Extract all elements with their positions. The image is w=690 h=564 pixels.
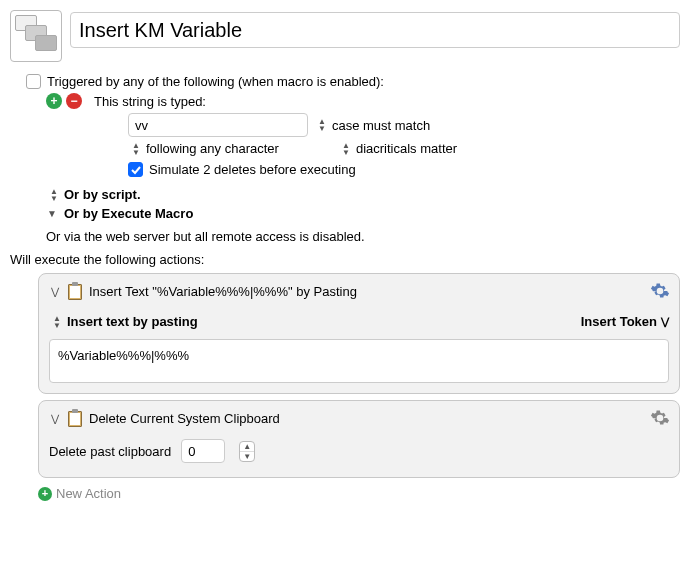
action-card: ⋁ Insert Text "%Variable%%%|%%%" by Past… — [38, 273, 680, 394]
diacriticals-popup[interactable]: ▲▼ diacriticals matter — [338, 141, 457, 156]
actions-section-label: Will execute the following actions: — [10, 252, 680, 267]
action-disclosure[interactable]: ⋁ — [49, 286, 61, 297]
add-trigger-button[interactable]: + — [46, 93, 62, 109]
clipboard-icon — [67, 409, 83, 427]
insert-text-field[interactable]: %Variable%%%|%%% — [49, 339, 669, 383]
action-title: Insert Text "%Variable%%%|%%%" by Pastin… — [89, 284, 357, 299]
execute-macro-disclosure[interactable]: ▼ — [46, 208, 58, 219]
action-disclosure[interactable]: ⋁ — [49, 413, 61, 424]
action-gear-button[interactable] — [649, 280, 671, 302]
stepper-down-icon[interactable]: ▼ — [240, 452, 254, 461]
insert-token-menu[interactable]: Insert Token ⋁ — [581, 314, 669, 329]
simulate-deletes-label: Simulate 2 deletes before executing — [149, 162, 356, 177]
case-match-popup[interactable]: ▲▼ case must match — [314, 118, 430, 133]
trigger-type-label: This string is typed: — [94, 94, 206, 109]
triggers-enabled-checkbox[interactable] — [26, 74, 41, 89]
following-char-popup[interactable]: ▲▼ following any character — [128, 141, 279, 156]
clipboard-icon — [67, 282, 83, 300]
macro-title-input[interactable] — [70, 12, 680, 48]
insert-mode-popup[interactable]: ▲▼ Insert text by pasting — [49, 314, 198, 329]
action-card: ⋁ Delete Current System Clipboard Delete… — [38, 400, 680, 478]
typed-string-input[interactable] — [128, 113, 308, 137]
stepper-up-icon[interactable]: ▲ — [240, 442, 254, 452]
new-action-button[interactable]: + New Action — [38, 486, 680, 501]
triggers-label: Triggered by any of the following (when … — [47, 74, 384, 89]
plus-icon: + — [38, 487, 52, 501]
simulate-deletes-checkbox[interactable] — [128, 162, 143, 177]
past-clipboard-input[interactable] — [181, 439, 225, 463]
or-by-execute-macro-label: Or by Execute Macro — [64, 206, 193, 221]
past-clipboard-stepper[interactable]: ▲ ▼ — [239, 441, 255, 462]
action-title: Delete Current System Clipboard — [89, 411, 280, 426]
or-by-script-row[interactable]: ▲▼ Or by script. — [46, 187, 141, 202]
delete-past-label: Delete past clipboard — [49, 444, 171, 459]
action-gear-button[interactable] — [649, 407, 671, 429]
remove-trigger-button[interactable]: − — [66, 93, 82, 109]
macro-type-icon — [10, 10, 62, 62]
web-server-note: Or via the web server but all remote acc… — [46, 229, 680, 244]
